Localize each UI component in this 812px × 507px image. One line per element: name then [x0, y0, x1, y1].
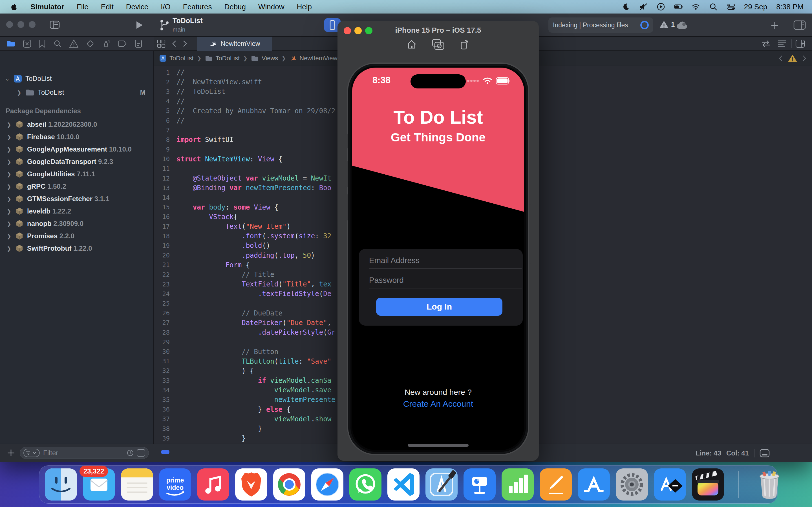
- disclosure-closed-icon[interactable]: ❯: [6, 121, 12, 128]
- dock-mail-icon[interactable]: 23,322: [83, 468, 115, 501]
- dock-prime-video-icon[interactable]: primevideo: [159, 468, 191, 501]
- menu-help[interactable]: Help: [297, 3, 312, 11]
- disclosure-closed-icon[interactable]: ❯: [6, 134, 12, 140]
- add-tab-icon[interactable]: [770, 21, 779, 30]
- navigator-tag-icon[interactable]: [118, 40, 127, 47]
- rotate-icon[interactable]: [459, 39, 470, 50]
- disclosure-closed-icon[interactable]: ❯: [6, 196, 12, 202]
- moon-icon[interactable]: [622, 3, 630, 11]
- navigator-folder-icon[interactable]: [6, 40, 15, 48]
- package-row[interactable]: ❯leveldb 1.22.2: [0, 205, 153, 217]
- dock-chrome-icon[interactable]: [273, 468, 305, 501]
- navigator-spray-icon[interactable]: [102, 40, 110, 48]
- back-icon[interactable]: [171, 40, 177, 48]
- disclosure-closed-icon[interactable]: ❯: [6, 245, 12, 252]
- dock-music-icon[interactable]: [197, 468, 229, 501]
- package-row[interactable]: ❯GoogleAppMeasurement 10.10.0: [0, 143, 153, 156]
- dock-keynote-icon[interactable]: [463, 468, 496, 501]
- dock-apple-developer-icon[interactable]: [654, 468, 686, 501]
- dock-vs-code-icon[interactable]: [388, 468, 419, 501]
- navigator-report-icon[interactable]: [135, 40, 142, 48]
- package-row[interactable]: ❯GoogleUtilities 7.11.1: [0, 168, 153, 180]
- dock-finder-icon[interactable]: [45, 468, 77, 501]
- disclosure-closed-icon[interactable]: ❯: [6, 208, 12, 215]
- package-row[interactable]: ❯gRPC 1.50.2: [0, 180, 153, 193]
- prev-issue-icon[interactable]: [778, 55, 783, 62]
- adjust-editor-icon[interactable]: [777, 40, 787, 48]
- dock-system-settings-icon[interactable]: [616, 468, 648, 501]
- package-row[interactable]: ❯SwiftProtobuf 1.22.0: [0, 242, 153, 255]
- forward-icon[interactable]: [182, 40, 188, 48]
- next-issue-icon[interactable]: [802, 55, 807, 62]
- disclosure-closed-icon[interactable]: ❯: [6, 221, 12, 227]
- control-center-icon[interactable]: [726, 3, 735, 11]
- disclosure-closed-icon[interactable]: ❯: [6, 171, 12, 177]
- run-button[interactable]: [135, 20, 144, 30]
- warning-icon[interactable]: [788, 54, 797, 62]
- battery-icon[interactable]: [674, 3, 682, 11]
- menu-edit[interactable]: Edit: [101, 3, 114, 11]
- navigator-search-icon[interactable]: [53, 40, 62, 48]
- breadcrumb-item[interactable]: Views: [251, 55, 278, 62]
- minimize-window-button[interactable]: [17, 21, 24, 28]
- menu-debug[interactable]: Debug: [224, 3, 246, 11]
- navigator-diamond-icon[interactable]: [86, 40, 94, 48]
- search-icon[interactable]: [709, 3, 718, 11]
- breadcrumb-item[interactable]: ToDoList: [205, 55, 240, 62]
- home-icon[interactable]: [406, 39, 417, 50]
- menu-bar-time[interactable]: 8:38 PM: [776, 3, 804, 11]
- add-editor-icon[interactable]: [795, 40, 805, 48]
- disclosure-closed-icon[interactable]: ❯: [6, 159, 12, 165]
- toggle-sidebar-icon[interactable]: [50, 20, 60, 29]
- menu-simulator[interactable]: Simulator: [31, 3, 64, 11]
- tab-newitemview[interactable]: NewItemView: [197, 37, 272, 51]
- breadcrumb-item[interactable]: ToDoList: [159, 55, 194, 62]
- package-row[interactable]: ❯GTMSessionFetcher 3.1.1: [0, 193, 153, 205]
- create-account-link[interactable]: Create An Account: [352, 399, 524, 409]
- package-row[interactable]: ❯nanopb 2.30909.0: [0, 217, 153, 230]
- bottom-panel-icon[interactable]: [760, 449, 770, 457]
- menu-io[interactable]: I/O: [161, 3, 170, 11]
- disclosure-open-icon[interactable]: ⌄: [4, 75, 10, 82]
- zoom-window-button[interactable]: [29, 21, 36, 28]
- disclosure-closed-icon[interactable]: ❯: [6, 233, 12, 239]
- navigator-bookmark-icon[interactable]: [39, 40, 46, 48]
- menu-window[interactable]: Window: [258, 3, 284, 11]
- project-folder-row[interactable]: ❯ ToDoList M: [0, 86, 153, 99]
- play-circle-icon[interactable]: [657, 3, 665, 11]
- dock-brave-icon[interactable]: [235, 468, 267, 501]
- disclosure-closed-icon[interactable]: ❯: [16, 89, 22, 96]
- menu-features[interactable]: Features: [183, 3, 212, 11]
- editor-layout-icon[interactable]: [794, 20, 806, 30]
- recent-icon[interactable]: [126, 449, 134, 457]
- filter-field[interactable]: Filter: [20, 447, 149, 459]
- package-row[interactable]: ❯Firebase 10.10.0: [0, 131, 153, 143]
- dock-final-cut-pro-icon[interactable]: [692, 468, 724, 501]
- home-indicator[interactable]: [408, 444, 469, 447]
- mute-icon[interactable]: [639, 3, 648, 11]
- breadcrumb-item[interactable]: NewItemView: [289, 55, 337, 62]
- code-review-icon[interactable]: [761, 40, 771, 47]
- menu-file[interactable]: File: [77, 3, 89, 11]
- add-file-icon[interactable]: [7, 449, 15, 457]
- package-row[interactable]: ❯GoogleDataTransport 9.2.3: [0, 156, 153, 168]
- navigator-warning-icon[interactable]: [69, 40, 79, 48]
- tab-overview-icon[interactable]: [157, 40, 165, 48]
- close-window-button[interactable]: [6, 21, 13, 28]
- disclosure-closed-icon[interactable]: ❯: [6, 146, 12, 153]
- scope-icon[interactable]: [137, 449, 145, 457]
- dock-app-store-icon[interactable]: [578, 468, 610, 501]
- dock-safari-icon[interactable]: [311, 468, 343, 501]
- warning-counter[interactable]: 1: [659, 20, 675, 29]
- dock-numbers-icon[interactable]: [502, 468, 534, 501]
- wifi-icon[interactable]: [692, 3, 700, 11]
- disclosure-closed-icon[interactable]: ❯: [6, 183, 12, 190]
- email-field[interactable]: Email Address: [369, 254, 520, 267]
- dock-trash-icon[interactable]: [753, 468, 785, 501]
- password-field[interactable]: Password: [369, 274, 520, 287]
- project-root-row[interactable]: ⌄ ToDoList: [0, 72, 153, 85]
- menu-bar-date[interactable]: 29 Sep: [744, 3, 767, 11]
- login-button[interactable]: Log In: [376, 298, 502, 316]
- dock-notes-icon[interactable]: [121, 468, 153, 501]
- apple-logo-icon[interactable]: [10, 3, 18, 11]
